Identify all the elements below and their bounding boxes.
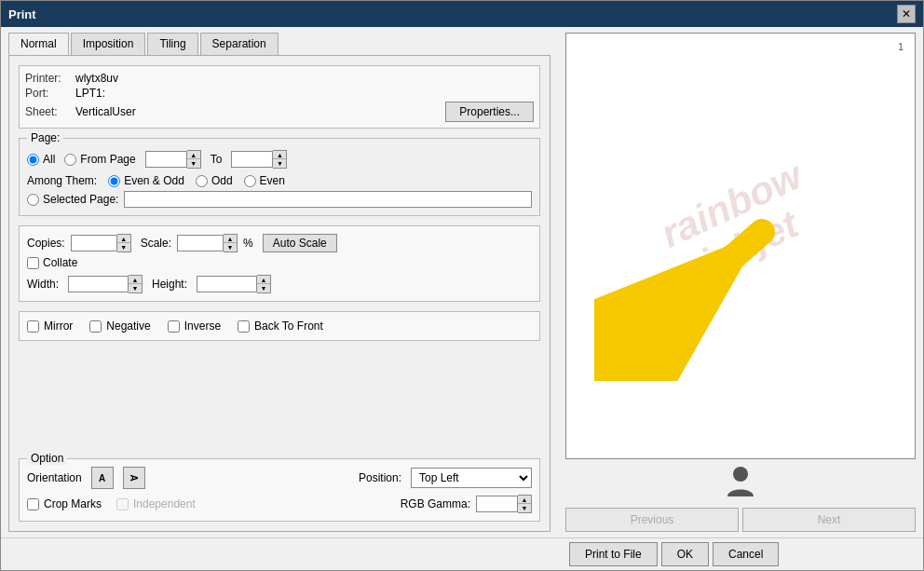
rgb-down[interactable]: ▼	[518, 504, 531, 512]
height-spinbox: 108.3mm ▲ ▼	[197, 275, 271, 293]
inverse-group: Inverse	[168, 319, 221, 333]
tab-normal[interactable]: Normal	[8, 33, 69, 55]
from-page-up[interactable]: ▲	[187, 151, 200, 159]
mirror-checkbox[interactable]	[27, 320, 39, 333]
crop-marks-row: Crop Marks Independent RGB Gamma: 1.8 ▲	[27, 495, 532, 513]
scale-down[interactable]: ▼	[224, 243, 237, 252]
close-button[interactable]: ✕	[897, 5, 916, 23]
scale-label: Scale:	[141, 237, 171, 250]
right-panel: 1 rainbowinkjet	[558, 27, 923, 537]
copies-spinbox: 1 ▲ ▼	[71, 234, 131, 252]
to-page-up[interactable]: ▲	[273, 151, 286, 159]
height-input[interactable]: 108.3mm	[197, 276, 257, 292]
print-dialog: Print ✕ Normal Imposition Tiling Separat…	[0, 0, 924, 571]
crop-marks-checkbox[interactable]	[27, 498, 39, 510]
inverse-checkbox[interactable]	[168, 320, 180, 333]
collate-row: Collate	[27, 256, 532, 269]
crop-marks-group: Crop Marks	[27, 497, 102, 510]
odd-group: Odd	[196, 174, 233, 187]
port-value: LPT1:	[75, 87, 105, 100]
person-icon	[565, 465, 916, 504]
back-to-front-checkbox[interactable]	[238, 320, 250, 333]
selected-page-label: Selected Page:	[43, 193, 118, 206]
page-range-row: All From Page 1 ▲ ▼	[27, 150, 532, 169]
arrow-indicator	[594, 213, 781, 384]
negative-checkbox[interactable]	[89, 320, 102, 333]
from-page-input[interactable]: 1	[145, 151, 187, 168]
from-page-down[interactable]: ▼	[187, 159, 200, 168]
to-page-spinbox: 1 ▲ ▼	[231, 150, 287, 169]
copies-down[interactable]: ▼	[117, 243, 130, 252]
page-section-label: Page:	[27, 131, 63, 144]
cancel-button[interactable]: Cancel	[713, 542, 779, 566]
independent-group: Independent	[116, 497, 196, 510]
print-to-file-button[interactable]: Print to File	[569, 542, 658, 566]
scale-up[interactable]: ▲	[224, 235, 237, 243]
landscape-button[interactable]: A	[123, 467, 145, 489]
to-page-input[interactable]: 1	[231, 151, 273, 168]
rgb-gamma-spinbox: 1.8 ▲ ▼	[476, 495, 532, 513]
even-odd-label: Even & Odd	[124, 174, 184, 187]
copies-scale-section: Copies: 1 ▲ ▼ Scale:	[19, 225, 540, 302]
svg-line-1	[613, 232, 762, 362]
from-page-radio[interactable]	[64, 154, 76, 166]
inverse-label: Inverse	[184, 319, 221, 333]
svg-point-2	[733, 467, 748, 482]
properties-button[interactable]: Properties...	[445, 102, 534, 122]
ok-button[interactable]: OK	[661, 542, 709, 566]
collate-checkbox[interactable]	[27, 257, 39, 269]
page-section: Page: All From Page 1	[19, 138, 540, 216]
port-row: Port: LPT1:	[25, 87, 534, 100]
rgb-gamma-input[interactable]: 1.8	[476, 496, 518, 512]
position-label: Position:	[359, 471, 401, 484]
dialog-body: Normal Imposition Tiling Separation Prin…	[1, 27, 923, 537]
option-section: Option Orientation A A Position: Top Lef…	[19, 458, 540, 522]
selected-page-radio[interactable]	[27, 194, 39, 206]
port-label: Port:	[25, 87, 72, 100]
rgb-gamma-label: RGB Gamma:	[401, 497, 470, 510]
height-label: Height:	[152, 278, 187, 291]
left-panel: Normal Imposition Tiling Separation Prin…	[1, 27, 558, 537]
tab-imposition[interactable]: Imposition	[71, 33, 146, 55]
copies-up[interactable]: ▲	[117, 235, 130, 243]
next-button[interactable]: Next	[742, 508, 916, 532]
tab-tiling[interactable]: Tiling	[147, 33, 197, 55]
position-select[interactable]: Top Left Top Right Center Bottom Left Bo…	[411, 468, 532, 488]
even-radio[interactable]	[244, 175, 256, 187]
independent-checkbox[interactable]	[116, 498, 129, 510]
tab-separation[interactable]: Separation	[200, 33, 279, 55]
selected-page-row: Selected Page:	[27, 191, 532, 208]
selected-page-input[interactable]	[124, 191, 532, 208]
selected-page-radio-group: Selected Page:	[27, 193, 118, 206]
width-up[interactable]: ▲	[129, 276, 142, 284]
option-section-label: Option	[27, 452, 67, 465]
dialog-title: Print	[8, 7, 36, 21]
print-options-section: Mirror Negative Inverse Back To Front	[19, 311, 540, 341]
all-radio[interactable]	[27, 154, 39, 166]
odd-radio[interactable]	[196, 175, 208, 187]
previous-button[interactable]: Previous	[565, 508, 739, 532]
width-spinbox: 152mm ▲ ▼	[68, 275, 143, 293]
height-down[interactable]: ▼	[257, 284, 270, 292]
even-odd-radio[interactable]	[108, 175, 120, 187]
orientation-row: Orientation A A Position: Top Left Top R…	[27, 467, 532, 489]
from-page-spinbox: 1 ▲ ▼	[145, 150, 201, 169]
portrait-button[interactable]: A	[91, 467, 114, 489]
copies-input[interactable]: 1	[71, 235, 117, 252]
collate-label: Collate	[43, 256, 77, 269]
width-input[interactable]: 152mm	[68, 276, 129, 292]
scale-spinbox: 100 ▲ ▼	[177, 234, 238, 252]
width-down[interactable]: ▼	[129, 284, 142, 292]
copies-label: Copies:	[27, 237, 65, 250]
main-content-area: Printer: wlytx8uv Port: LPT1: Sheet: Ver…	[8, 55, 550, 532]
scale-input[interactable]: 100	[177, 235, 224, 252]
preview-page-number: 1	[898, 41, 904, 52]
all-radio-group: All	[27, 153, 55, 166]
mirror-label: Mirror	[44, 319, 73, 333]
odd-label: Odd	[211, 174, 233, 187]
height-up[interactable]: ▲	[257, 276, 270, 284]
to-page-down[interactable]: ▼	[273, 159, 286, 168]
printer-info-section: Printer: wlytx8uv Port: LPT1: Sheet: Ver…	[19, 65, 540, 129]
rgb-up[interactable]: ▲	[518, 496, 531, 504]
auto-scale-button[interactable]: Auto Scale	[263, 234, 337, 252]
